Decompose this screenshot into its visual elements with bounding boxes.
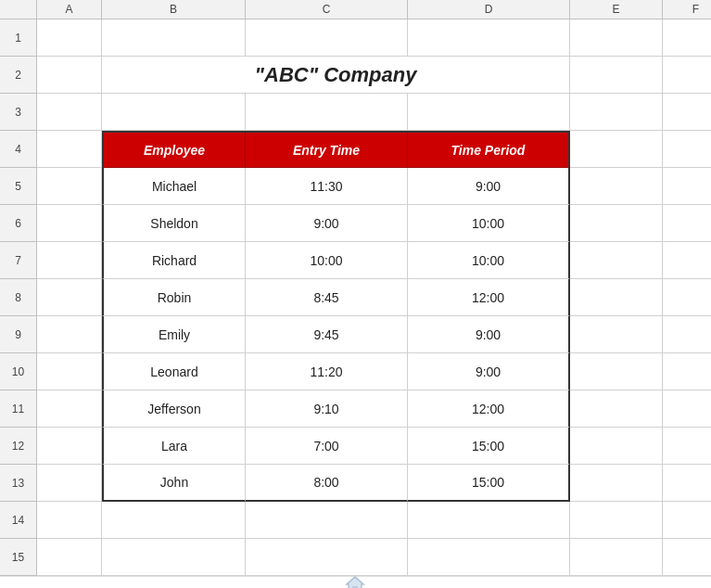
watermark-icon: [345, 575, 365, 588]
row-13: John 8:00 15:00: [37, 465, 711, 502]
cell-f7[interactable]: [663, 242, 711, 279]
cell-e11[interactable]: [570, 390, 663, 428]
cell-b1[interactable]: [102, 19, 246, 57]
cell-a4[interactable]: [37, 131, 102, 168]
cell-a1[interactable]: [37, 19, 102, 57]
cell-e15[interactable]: [570, 539, 663, 576]
cell-e1[interactable]: [570, 19, 663, 57]
cell-c12[interactable]: 7:00: [246, 428, 408, 465]
cell-e9[interactable]: [570, 316, 663, 353]
cell-f10[interactable]: [663, 353, 711, 390]
cell-a13[interactable]: [37, 465, 102, 502]
cell-d5[interactable]: 9:00: [408, 168, 570, 205]
cell-c5[interactable]: 11:30: [246, 168, 408, 205]
row-num-6: 6: [0, 205, 36, 242]
row-num-5: 5: [0, 168, 36, 205]
cell-a3[interactable]: [37, 94, 102, 131]
row-numbers: 1 2 3 4 5 6 7 8 9 10 11 12 13 14 15: [0, 19, 37, 576]
cell-a14[interactable]: [37, 502, 102, 539]
cell-f5[interactable]: [663, 168, 711, 205]
cell-d3[interactable]: [408, 94, 570, 131]
cell-e2[interactable]: [570, 57, 663, 94]
cell-f2[interactable]: [663, 57, 711, 94]
cell-d15[interactable]: [408, 539, 570, 576]
cell-e4[interactable]: [570, 131, 663, 168]
cell-a7[interactable]: [37, 242, 102, 279]
cell-e7[interactable]: [570, 242, 663, 279]
header-employee: Employee: [102, 131, 246, 168]
cell-c14[interactable]: [246, 502, 408, 539]
cell-e5[interactable]: [570, 168, 663, 205]
cell-a9[interactable]: [37, 316, 102, 353]
cell-b7[interactable]: Richard: [102, 242, 246, 279]
row-num-3: 3: [0, 94, 36, 131]
cell-c3[interactable]: [246, 94, 408, 131]
cell-c8[interactable]: 8:45: [246, 279, 408, 316]
cell-b6[interactable]: Sheldon: [102, 205, 246, 242]
cell-e3[interactable]: [570, 94, 663, 131]
cell-d7[interactable]: 10:00: [408, 242, 570, 279]
cell-c9[interactable]: 9:45: [246, 316, 408, 353]
cell-f3[interactable]: [663, 94, 711, 131]
cell-f12[interactable]: [663, 428, 711, 465]
cell-d8[interactable]: 12:00: [408, 279, 570, 316]
cell-b8[interactable]: Robin: [102, 279, 246, 316]
cell-b15[interactable]: [102, 539, 246, 576]
cell-d1[interactable]: [408, 19, 570, 57]
cell-b12[interactable]: Lara: [102, 428, 246, 465]
cell-d10[interactable]: 9:00: [408, 353, 570, 390]
cell-f9[interactable]: [663, 316, 711, 353]
cell-e12[interactable]: [570, 428, 663, 465]
cell-a12[interactable]: [37, 428, 102, 465]
cell-a5[interactable]: [37, 168, 102, 205]
cell-a10[interactable]: [37, 353, 102, 390]
cell-c7[interactable]: 10:00: [246, 242, 408, 279]
cell-c15[interactable]: [246, 539, 408, 576]
cell-b11[interactable]: Jefferson: [102, 390, 246, 428]
row-1: [37, 19, 711, 57]
cell-c13[interactable]: 8:00: [246, 465, 408, 502]
cell-f4[interactable]: [663, 131, 711, 168]
col-header-e: E: [570, 0, 663, 19]
cell-c1[interactable]: [246, 19, 408, 57]
cell-a15[interactable]: [37, 539, 102, 576]
cell-e8[interactable]: [570, 279, 663, 316]
row-15: [37, 539, 711, 576]
cell-d6[interactable]: 10:00: [408, 205, 570, 242]
cell-a8[interactable]: [37, 279, 102, 316]
cell-b3[interactable]: [102, 94, 246, 131]
cell-e14[interactable]: [570, 502, 663, 539]
cell-f11[interactable]: [663, 390, 711, 428]
cell-d12[interactable]: 15:00: [408, 428, 570, 465]
cell-c6[interactable]: 9:00: [246, 205, 408, 242]
cell-f13[interactable]: [663, 465, 711, 502]
col-header-d: D: [408, 0, 570, 19]
cell-a6[interactable]: [37, 205, 102, 242]
cell-c11[interactable]: 9:10: [246, 390, 408, 428]
row-4: Employee Entry Time Time Period: [37, 131, 711, 168]
cell-f1[interactable]: [663, 19, 711, 57]
cell-d14[interactable]: [408, 502, 570, 539]
cells-area: "ABC" Company Employee Entry Time Time P…: [37, 19, 711, 576]
cell-e6[interactable]: [570, 205, 663, 242]
cell-d11[interactable]: 12:00: [408, 390, 570, 428]
cell-e10[interactable]: [570, 353, 663, 390]
cell-f15[interactable]: [663, 539, 711, 576]
cell-f14[interactable]: [663, 502, 711, 539]
row-num-11: 11: [0, 390, 36, 428]
cell-b5[interactable]: Michael: [102, 168, 246, 205]
cell-b13[interactable]: John: [102, 465, 246, 502]
cell-c10[interactable]: 11:20: [246, 353, 408, 390]
cell-f8[interactable]: [663, 279, 711, 316]
cell-e13[interactable]: [570, 465, 663, 502]
cell-f6[interactable]: [663, 205, 711, 242]
row-num-4: 4: [0, 131, 36, 168]
cell-b14[interactable]: [102, 502, 246, 539]
cell-d13[interactable]: 15:00: [408, 465, 570, 502]
row-5: Michael 11:30 9:00: [37, 168, 711, 205]
cell-d9[interactable]: 9:00: [408, 316, 570, 353]
cell-a11[interactable]: [37, 390, 102, 428]
cell-a2[interactable]: [37, 57, 102, 94]
cell-b9[interactable]: Emily: [102, 316, 246, 353]
cell-b10[interactable]: Leonard: [102, 353, 246, 390]
